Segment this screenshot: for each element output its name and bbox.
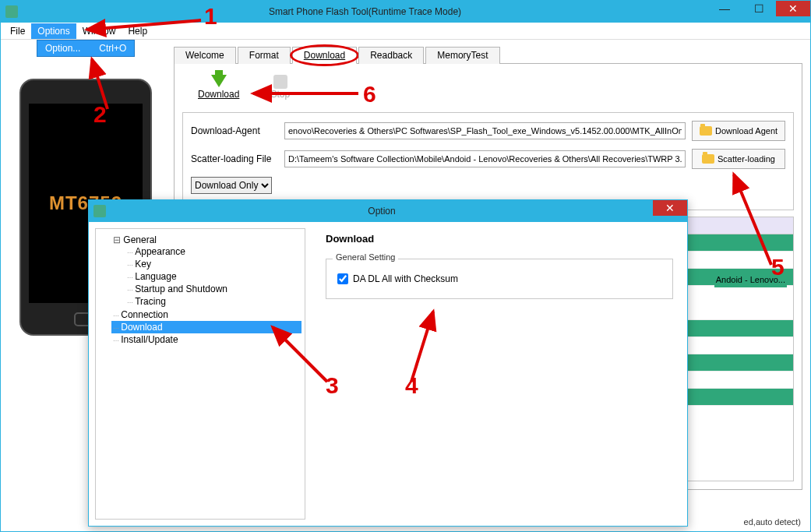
option-tree[interactable]: General Appearance Key Language Startup …: [95, 228, 305, 520]
tab-memorytest[interactable]: MemoryTest: [425, 47, 499, 64]
window-controls: — ☐ ✕: [707, 1, 810, 23]
file-fields: Download-Agent Download Agent Scatter-lo…: [182, 112, 794, 210]
scatter-input[interactable]: [284, 150, 686, 167]
scatter-row: Scatter-loading File Scatter-loading: [191, 149, 785, 169]
stop-action-label: Stop: [270, 89, 290, 100]
option-window-controls: ✕: [653, 200, 687, 222]
da-browse-button[interactable]: Download Agent: [692, 121, 785, 141]
location-cell: Andoid - Lenovo...: [714, 272, 787, 287]
tab-download[interactable]: Download: [292, 47, 357, 64]
da-input[interactable]: [284, 122, 686, 139]
tree-connection[interactable]: Connection: [111, 308, 301, 321]
tab-format[interactable]: Format: [238, 47, 291, 64]
tabs: Welcome Format Download Readback MemoryT…: [174, 46, 802, 64]
da-label: Download-Agent: [191, 125, 284, 136]
stop-icon: [273, 75, 287, 89]
tree-tracing[interactable]: Tracing: [125, 295, 300, 308]
tree-appearance[interactable]: Appearance: [125, 245, 300, 258]
options-dropdown: Option... Ctrl+O: [37, 40, 135, 57]
tab-download-label: Download: [304, 50, 345, 61]
tree-general[interactable]: General Appearance Key Language Startup …: [111, 234, 301, 308]
option-close-button[interactable]: ✕: [653, 200, 687, 216]
minimize-button[interactable]: —: [707, 1, 742, 16]
app-icon: [5, 5, 18, 18]
status-text: ed,auto detect): [744, 517, 801, 527]
checksum-label: DA DL All with Checksum: [353, 273, 458, 284]
download-action-label: Download: [198, 89, 239, 100]
close-button[interactable]: ✕: [776, 1, 810, 16]
mode-row: Download Only: [191, 177, 785, 194]
menu-help[interactable]: Help: [122, 23, 153, 39]
group-legend: General Setting: [333, 252, 398, 262]
checksum-checkbox[interactable]: [337, 273, 348, 284]
general-setting-group: General Setting DA DL All with Checksum: [326, 259, 673, 299]
scatter-browse-button[interactable]: Scatter-loading: [692, 149, 785, 169]
tree-key[interactable]: Key: [125, 258, 300, 270]
option-dialog: Option ✕ General Appearance Key Language…: [88, 199, 688, 527]
option-right-pane: Download General Setting DA DL All with …: [312, 222, 687, 526]
da-row: Download-Agent Download Agent: [191, 121, 785, 141]
option-icon: [93, 205, 106, 217]
tree-install[interactable]: Install/Update: [111, 333, 301, 346]
scatter-label: Scatter-loading File: [191, 153, 284, 164]
stop-action[interactable]: Stop: [270, 75, 290, 100]
tree-startup[interactable]: Startup and Shutdown: [125, 283, 300, 295]
download-action[interactable]: Download: [198, 75, 239, 100]
menubar: File Options Window Help Option... Ctrl+…: [1, 23, 810, 40]
window-title: Smart Phone Flash Tool(Runtime Trace Mod…: [23, 6, 707, 17]
tree-download[interactable]: Download: [111, 321, 301, 333]
menu-file[interactable]: File: [4, 23, 31, 39]
download-arrow-icon: [211, 75, 227, 87]
menu-option-item[interactable]: Option... Ctrl+O: [37, 41, 134, 56]
maximize-button[interactable]: ☐: [742, 1, 776, 16]
folder-icon: [700, 126, 712, 136]
tab-readback[interactable]: Readback: [358, 47, 424, 64]
checksum-checkbox-row[interactable]: DA DL All with Checksum: [337, 273, 661, 284]
menu-option-shortcut: Ctrl+O: [99, 43, 126, 54]
menu-options[interactable]: Options: [31, 23, 76, 39]
menu-window[interactable]: Window: [76, 23, 122, 39]
tab-welcome[interactable]: Welcome: [174, 47, 236, 64]
action-row: Download Stop: [182, 72, 794, 109]
option-titlebar: Option ✕: [89, 200, 687, 222]
tree-language[interactable]: Language: [125, 270, 300, 283]
main-titlebar: Smart Phone Flash Tool(Runtime Trace Mod…: [1, 1, 810, 23]
option-title: Option: [111, 206, 653, 217]
menu-option-label: Option...: [45, 43, 80, 54]
option-body: General Appearance Key Language Startup …: [89, 222, 687, 526]
mode-select[interactable]: Download Only: [191, 177, 272, 194]
da-btn-label: Download Agent: [715, 126, 778, 136]
scatter-btn-label: Scatter-loading: [718, 154, 775, 164]
option-heading: Download: [326, 233, 673, 245]
folder-icon: [702, 154, 714, 164]
